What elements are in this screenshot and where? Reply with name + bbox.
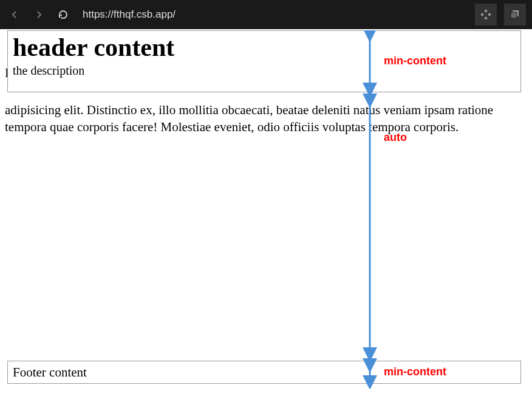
diamond-grid-icon	[481, 10, 491, 19]
main-paragraph-2: adipisicing elit. Distinctio ex, illo mo…	[5, 101, 509, 136]
extension-button[interactable]	[475, 4, 497, 26]
page-content: header content the description Lorem ips…	[0, 29, 532, 402]
chevron-left-icon	[10, 10, 19, 19]
window-button[interactable]	[504, 4, 526, 26]
copy-icon	[510, 10, 520, 19]
svg-rect-1	[481, 13, 484, 16]
svg-rect-3	[484, 16, 488, 19]
forward-button[interactable]	[30, 6, 47, 23]
chevron-right-icon	[35, 10, 43, 19]
address-bar[interactable]: https://fthqf.csb.app/	[79, 9, 468, 21]
reload-button[interactable]	[55, 6, 72, 23]
annotation-main: auto	[384, 131, 407, 144]
reload-icon	[58, 9, 69, 20]
back-button[interactable]	[6, 6, 23, 23]
annotation-header: min-content	[384, 55, 446, 67]
browser-toolbar: https://fthqf.csb.app/	[0, 0, 532, 29]
svg-rect-5	[511, 12, 517, 18]
svg-rect-2	[488, 13, 491, 16]
footer-text: Footer content	[13, 365, 87, 380]
svg-rect-0	[484, 10, 488, 13]
annotation-footer: min-content	[384, 366, 446, 378]
